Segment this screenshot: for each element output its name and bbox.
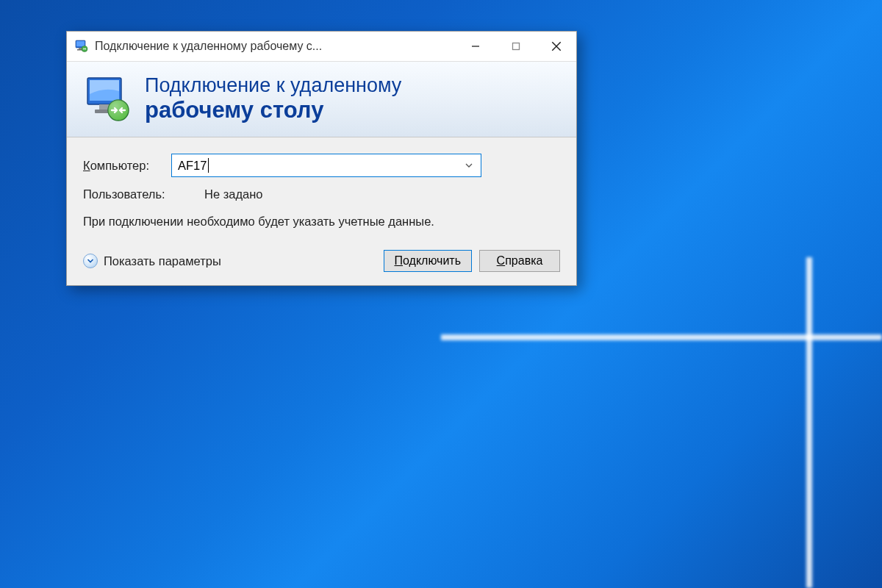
user-value: Не задано	[204, 187, 263, 201]
user-label: Пользователь:	[83, 187, 204, 201]
connect-button[interactable]: Подключить	[384, 250, 472, 272]
dialog-header: Подключение к удаленному рабочему столу	[67, 61, 576, 137]
computer-combobox[interactable]	[171, 154, 481, 177]
show-options-label: Показать параметры	[104, 254, 221, 268]
close-button[interactable]	[536, 32, 576, 61]
dialog-body: Компьютер: Пользователь: Не задано При п…	[67, 137, 576, 285]
dialog-footer: Показать параметры Подключить Справка	[83, 250, 560, 272]
minimize-button[interactable]	[455, 32, 495, 61]
computer-input[interactable]	[178, 159, 462, 173]
help-button[interactable]: Справка	[479, 250, 560, 272]
svg-rect-1	[76, 41, 85, 46]
titlebar-title: Подключение к удаленному рабочему с...	[95, 40, 455, 53]
text-caret	[208, 158, 209, 173]
window-controls	[455, 32, 576, 61]
credentials-info-text: При подключении необходимо будет указать…	[83, 213, 560, 229]
svg-rect-6	[512, 43, 519, 50]
dialog-title-line2: рабочему столу	[145, 96, 401, 123]
rdp-header-icon	[83, 74, 135, 125]
rdp-app-icon	[74, 39, 89, 54]
show-options-link[interactable]: Показать параметры	[83, 254, 221, 268]
user-row: Пользователь: Не задано	[83, 187, 560, 201]
dialog-title-line1: Подключение к удаленному	[145, 75, 401, 97]
computer-row: Компьютер:	[83, 154, 560, 177]
svg-point-4	[82, 46, 87, 52]
desktop-background: Подключение к удаленному рабочему с...	[0, 0, 882, 588]
rdp-window: Подключение к удаленному рабочему с...	[66, 31, 577, 286]
computer-label: Компьютер:	[83, 159, 171, 173]
dialog-title: Подключение к удаленному рабочему столу	[145, 75, 401, 124]
chevron-down-icon[interactable]	[462, 154, 476, 176]
expand-down-icon	[83, 254, 98, 268]
maximize-button[interactable]	[495, 32, 536, 61]
titlebar[interactable]: Подключение к удаленному рабочему с...	[67, 32, 576, 61]
